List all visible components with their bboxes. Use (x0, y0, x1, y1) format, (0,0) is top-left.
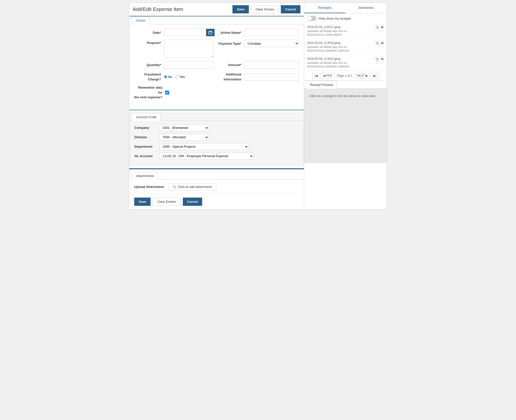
right-tab-bar: Receipts Itineraries (304, 3, 387, 13)
receipt-subtext: Uploaded via Mobile App sent on05/04/201… (307, 29, 374, 37)
receipt-filename: 2018-05-04_113422.jpeg (307, 57, 374, 61)
quantity-label: Quantity* (134, 63, 164, 67)
receipt-attach-icon[interactable]: 📎 (375, 57, 379, 61)
tab-receipt-preview[interactable]: Receipt Preview (306, 81, 337, 89)
save-button-top[interactable]: Save (232, 5, 249, 13)
receipt-subtext: Uploaded via Mobile App sent on05/04/201… (307, 45, 374, 53)
preview-placeholder-text: Click on a receipt in the list above to … (309, 94, 376, 99)
airfare-tab-bar: Airfare (129, 16, 304, 25)
division-select[interactable]: 7500 - Allocated (159, 134, 209, 141)
division-label: Division (134, 135, 159, 139)
fraudulent-no-label[interactable]: No (164, 75, 172, 79)
toggle-label: Only show my receipts (319, 17, 351, 20)
receipt-delete-icon[interactable]: ✕ (381, 25, 384, 29)
page-indicator: Page 1 of 1 (335, 74, 354, 77)
airline-label: Airline Name* (215, 31, 244, 35)
save-button-bottom[interactable]: Save (134, 198, 151, 206)
department-dash: - (251, 145, 252, 148)
gl-account-label: GL Account (134, 154, 159, 158)
page-title: Add/Edit Expense Item (133, 6, 232, 12)
attachments-section: Attachments Upload Attachment: 📎 Click t… (129, 169, 304, 194)
amount-label: Amount* (215, 63, 244, 67)
receipt-delete-icon[interactable]: ✕ (381, 57, 384, 61)
purpose-label: Purpose* (134, 40, 164, 45)
company-select[interactable]: 1001 - Brentwood (159, 124, 209, 131)
receipt-item: 2018-05-04_113422.jpeg Uploaded via Mobi… (306, 55, 385, 71)
receipt-delete-icon[interactable]: ✕ (381, 41, 384, 45)
receipt-filename: 2018-05-04_113534.jpeg (307, 41, 374, 45)
date-field-wrapper (164, 29, 215, 36)
receipt-attach-icon[interactable]: 📎 (375, 41, 379, 45)
fraudulent-radio-group: No Yes (164, 75, 185, 79)
only-show-my-receipts-toggle[interactable] (307, 16, 317, 21)
remember-label: Remember dataforthe next expense? (134, 85, 165, 100)
receipt-item: 2018-05-04_113534.jpeg Uploaded via Mobi… (306, 39, 385, 55)
payment-type-label: Payment Type* (215, 42, 244, 45)
upload-label: Upload Attachment: (134, 185, 165, 189)
paperclip-icon: 📎 (172, 185, 176, 189)
receipt-preview-section: Receipt Preview Click on a receipt in th… (304, 80, 387, 209)
svg-rect-0 (209, 31, 212, 34)
last-page-button[interactable]: ▶| (371, 73, 379, 78)
fraudulent-yes-radio[interactable] (175, 75, 179, 78)
company-dash: - (211, 126, 212, 130)
next-page-button[interactable]: NEXT ▶ (355, 73, 370, 78)
airline-input[interactable] (244, 29, 299, 36)
clear-entries-button-bottom[interactable]: Clear Entries (153, 198, 181, 206)
tab-receipts[interactable]: Receipts (304, 3, 346, 13)
department-select[interactable]: 1000 - Special Projects (159, 143, 249, 150)
department-label: Department (134, 145, 159, 148)
tab-attachments[interactable]: Attachments (132, 172, 158, 180)
calendar-icon (208, 31, 212, 35)
date-label: Date* (134, 31, 164, 35)
quantity-input[interactable]: 1.000000 (164, 61, 214, 69)
receipt-item: 2018-05-04_115511.jpeg Uploaded via Mobi… (306, 23, 385, 39)
purpose-textarea[interactable] (164, 40, 214, 58)
fraudulent-label: FraudulentCharge? (134, 72, 164, 82)
division-dash: - (211, 135, 212, 139)
date-input[interactable] (164, 29, 206, 36)
first-page-button[interactable]: |◀ (312, 73, 320, 78)
prev-page-button[interactable]: ◀ PRE (321, 73, 334, 78)
amount-input[interactable]: 0.0000 (244, 61, 299, 69)
clear-entries-button-top[interactable]: Clear Entries (251, 5, 279, 13)
remember-checkbox[interactable] (165, 91, 169, 95)
fraudulent-yes-label[interactable]: Yes (175, 75, 185, 79)
company-label: Company (134, 126, 159, 130)
calendar-icon-button[interactable] (206, 29, 215, 36)
receipt-preview-body: Click on a receipt in the list above to … (304, 89, 387, 163)
payment-type-select[interactable]: Comdata (244, 40, 299, 47)
tab-account-code[interactable]: Account Code (132, 113, 161, 121)
fraudulent-no-radio[interactable] (164, 75, 167, 78)
account-code-section: Account Code Company 1001 - Brentwood - … (129, 113, 304, 166)
tab-itineraries[interactable]: Itineraries (346, 3, 387, 13)
add-info-label: AdditionalInformation (215, 72, 244, 82)
receipt-list: 2018-05-04_115511.jpeg Uploaded via Mobi… (304, 23, 387, 71)
upload-attachment-button[interactable]: 📎 Click to add attachment. (169, 183, 216, 190)
receipt-pagination: |◀ ◀ PRE Page 1 of 1 NEXT ▶ ▶| (304, 71, 387, 80)
gl-account-select[interactable]: 11132.10 - A/R - Employee Personal Expen… (159, 153, 254, 160)
receipt-attach-icon[interactable]: 📎 (375, 25, 379, 29)
cancel-button-top[interactable]: Cancel (281, 5, 300, 13)
cancel-button-bottom[interactable]: Cancel (183, 198, 202, 206)
receipt-filename: 2018-05-04_115511.jpeg (307, 25, 374, 29)
tab-airfare[interactable]: Airfare (132, 16, 150, 25)
receipt-subtext: Uploaded via Mobile App sent on05/04/201… (307, 61, 374, 69)
additional-info-input[interactable] (244, 73, 299, 81)
toggle-knob (307, 16, 312, 21)
